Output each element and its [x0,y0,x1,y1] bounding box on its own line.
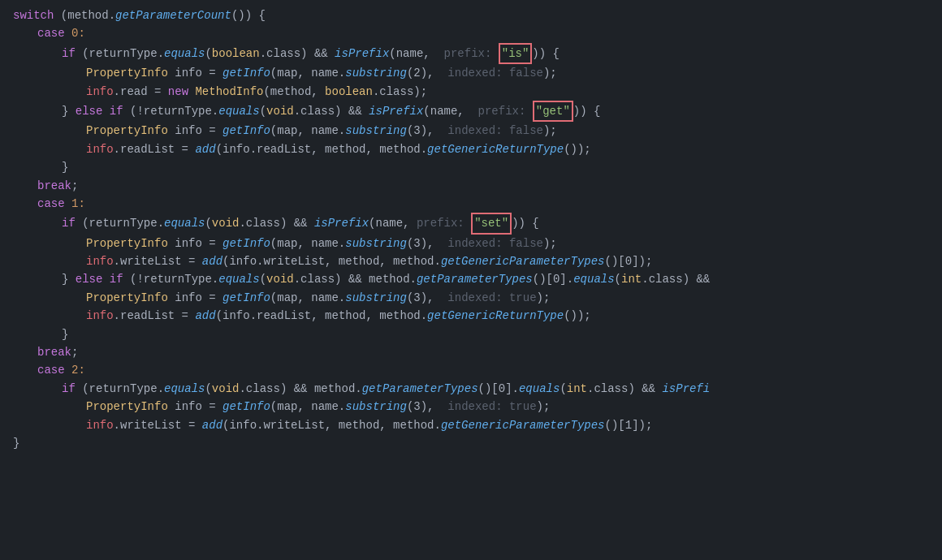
code-token: .class); [373,83,427,101]
code-token: if [62,45,76,62]
code-token: getInfo [223,289,270,307]
code-line: info.read = new MethodInfo(method, boole… [0,83,942,101]
code-token: ( [560,380,566,398]
code-token: )) { [573,102,601,120]
code-token: int [567,380,587,398]
code-token: .class) && [642,270,710,288]
code-token: switch [13,6,54,24]
code-token: ()[0]); [605,252,653,270]
code-token: ; [71,343,78,361]
code-token: getInfo [223,122,270,140]
code-token: add [195,140,215,158]
code-token: info [86,83,114,101]
code-token: .writeList = [114,416,202,434]
code-token: indexed: false [447,64,543,82]
code-token: } [62,325,68,343]
code-line: PropertyInfo info = getInfo(map, name.su… [0,235,942,252]
code-token: equals [164,45,205,62]
code-token: PropertyInfo [86,64,168,82]
code-token: equals [164,380,205,398]
code-token: info = [168,289,223,307]
code-token: prefix: [417,214,465,232]
code-token: getParameterCount [115,6,231,24]
code-token: case [37,24,65,42]
code-token [465,214,471,232]
code-token: substring [345,398,407,416]
code-line: switch (method.getParameterCount()) { [0,6,942,24]
code-token: (map, name. [270,235,345,252]
code-line: PropertyInfo info = getInfo(map, name.su… [0,289,942,307]
code-token: equals [218,102,259,120]
code-token: int [621,270,642,288]
code-token: break [37,177,71,195]
code-line: } else if (!returnType.equals(void.class… [0,101,942,122]
code-token: case [37,195,65,213]
code-token: ()[0]. [533,270,573,288]
code-token: .class) && [587,380,662,398]
code-token: (info.writeList, method, method. [223,252,441,270]
code-token: (map, name. [270,122,345,140]
code-token: getGenericParameterTypes [441,252,605,270]
code-token: (map, name. [270,64,345,82]
code-token [188,83,195,101]
code-token: if [110,102,123,120]
code-token: 0: [65,24,85,42]
code-token: (name, [423,102,471,120]
code-token [525,102,532,120]
code-token: MethodInfo [195,83,263,101]
code-token: .class) && method. [239,380,361,398]
code-line: info.readList = add(info.readList, metho… [0,307,942,325]
code-line: case 0: [0,24,942,42]
code-token [102,102,109,120]
code-token: (3), [407,122,447,140]
code-token: prefix: [444,45,492,62]
code-token: substring [345,235,407,252]
code-token: add [195,307,215,325]
code-token: add [202,416,223,434]
code-token: void [212,380,240,398]
code-token: info = [168,235,223,252]
code-token: ); [543,235,557,252]
code-token: )) { [532,45,560,62]
code-token: ); [537,289,551,307]
code-token: PropertyInfo [86,398,168,416]
code-line: break; [0,343,942,361]
code-token: isPrefix [335,45,389,62]
code-token: void [266,102,294,120]
code-token: ( [205,214,211,232]
code-token: 2: [65,361,85,379]
code-token: } [62,270,76,288]
code-token: info [86,307,114,325]
code-token: ( [615,270,621,288]
code-token: ()[1]); [605,416,653,434]
code-line: if (returnType.equals(void.class) && isP… [0,213,942,234]
code-line: PropertyInfo info = getInfo(map, name.su… [0,64,942,82]
code-token: ); [537,398,551,416]
code-token: indexed: true [447,398,536,416]
code-token: getInfo [223,398,270,416]
code-line: } else if (!returnType.equals(void.class… [0,270,942,288]
code-token: add [202,252,223,270]
code-token: PropertyInfo [86,289,168,307]
code-token: break [37,343,71,361]
code-token: isPrefix [314,214,369,232]
code-token: substring [345,64,407,82]
code-token: if [110,270,123,288]
code-token: (info.writeList, method, method. [223,416,441,434]
code-token: (returnType. [76,380,164,398]
code-token [102,270,109,288]
code-token: info [86,416,114,434]
code-token: getInfo [223,235,270,252]
code-token: (method, [263,83,325,101]
code-token: } [62,102,76,120]
code-token: ( [260,270,266,288]
code-token: (!returnType. [123,102,219,120]
code-line: case 2: [0,361,942,379]
code-line: info.readList = add(info.readList, metho… [0,140,942,158]
code-token: (returnType. [76,214,164,232]
code-token: ()) { [231,6,266,24]
code-token: getInfo [223,64,270,82]
code-token: indexed: true [447,289,536,307]
code-token: 1: [65,195,85,213]
code-token: PropertyInfo [86,235,168,252]
